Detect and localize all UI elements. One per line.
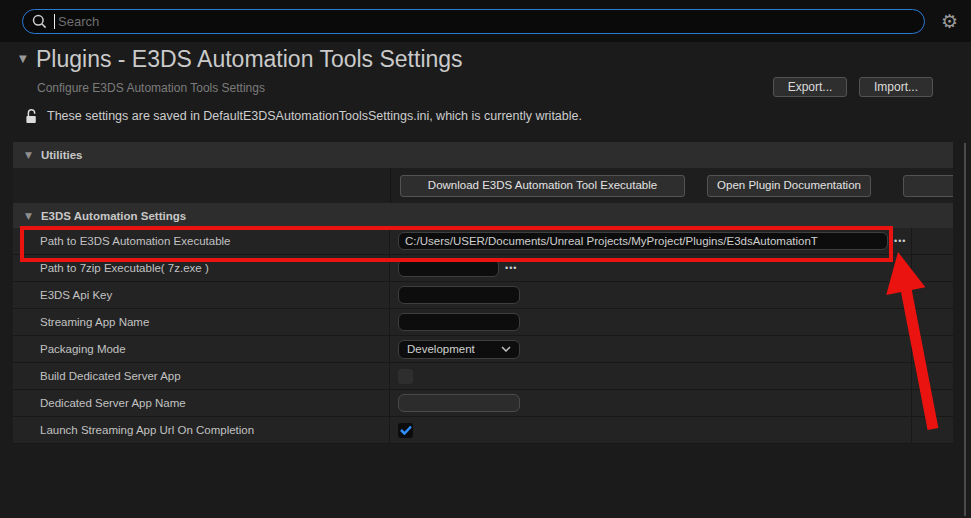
utility-button[interactable]: Open Plugin Documentation [707,175,871,197]
setting-row: Path to 7zip Executable( 7z.exe )••• [13,255,953,282]
setting-row: Path to E3DS Automation Executable••• [13,228,953,255]
setting-label: Build Dedicated Server App [13,363,390,389]
setting-label: Dedicated Server App Name [13,390,390,416]
utilities-button-row: Download E3DS Automation Tool Executable… [13,168,953,203]
unlocked-padlock-icon [25,108,38,124]
setting-row: Packaging ModeDevelopment [13,336,953,363]
chevron-down-icon: ▼ [25,211,32,221]
setting-value-cell [390,417,912,443]
setting-value-cell: ••• [390,255,912,281]
setting-value-cell [390,363,912,389]
text-field[interactable] [398,313,520,331]
setting-value-cell [390,309,912,335]
row-extra-cell [912,390,953,416]
search-placeholder: Search [58,14,99,29]
page-title: Plugins - E3DS Automation Tools Settings [36,46,463,73]
import-button[interactable]: Import... [859,77,933,97]
top-search-bar: Search ⚙ [0,0,971,42]
setting-row: Launch Streaming App Url On Completion [13,417,953,444]
page-subtitle: Configure E3DS Automation Tools Settings [37,81,265,95]
writable-notice-text: These settings are saved in DefaultE3DSA… [47,109,582,123]
settings-rows: Path to E3DS Automation Executable•••Pat… [13,228,953,444]
chevron-down-icon [501,346,511,352]
chevron-down-icon: ▼ [25,150,32,160]
search-icon [32,14,47,29]
setting-label: E3DS Api Key [13,282,390,308]
browse-ellipsis-button[interactable]: ••• [505,263,517,273]
setting-row: Dedicated Server App Name [13,390,953,417]
section-header-utilities[interactable]: ▼ Utilities [13,142,953,168]
utility-button-partial[interactable] [903,175,953,197]
writable-notice-row: These settings are saved in DefaultE3DSA… [25,108,582,124]
settings-gear-icon[interactable]: ⚙ [941,9,958,33]
setting-label: Launch Streaming App Url On Completion [13,417,390,443]
text-field[interactable] [398,259,499,277]
section-title: E3DS Automation Settings [41,210,186,222]
setting-value-cell: Development [390,336,912,362]
dropdown-select[interactable]: Development [398,340,520,359]
setting-value-cell [390,282,912,308]
setting-row: Build Dedicated Server App [13,363,953,390]
utility-button[interactable]: Download E3DS Automation Tool Executable [400,175,685,197]
export-button[interactable]: Export... [773,77,847,97]
row-extra-cell [912,417,953,443]
checkbox-unchecked[interactable] [398,369,413,384]
row-extra-cell [912,336,953,362]
setting-label: Path to E3DS Automation Executable [13,228,390,254]
text-field[interactable] [398,286,520,304]
section-title: Utilities [41,149,83,161]
setting-label: Packaging Mode [13,336,390,362]
text-field[interactable] [398,232,888,250]
setting-label: Streaming App Name [13,309,390,335]
setting-row: Streaming App Name [13,309,953,336]
setting-value-cell: ••• [390,228,912,254]
row-extra-cell [912,255,953,281]
setting-label: Path to 7zip Executable( 7z.exe ) [13,255,390,281]
search-input[interactable]: Search [22,9,925,34]
setting-value-cell [390,390,912,416]
setting-row: E3DS Api Key [13,282,953,309]
row-extra-cell [912,363,953,389]
text-field-disabled [398,394,520,412]
row-extra-cell [912,228,953,254]
text-cursor [54,14,55,29]
vertical-scrollbar[interactable] [964,143,966,516]
checkbox-checked[interactable] [398,423,413,438]
section-header-automation[interactable]: ▼ E3DS Automation Settings [13,203,953,229]
row-extra-cell [912,282,953,308]
row-extra-cell [912,309,953,335]
dropdown-value: Development [407,343,475,355]
browse-ellipsis-button[interactable]: ••• [894,236,906,246]
column-divider [390,168,391,203]
title-expander-icon[interactable]: ▼ [19,53,27,64]
